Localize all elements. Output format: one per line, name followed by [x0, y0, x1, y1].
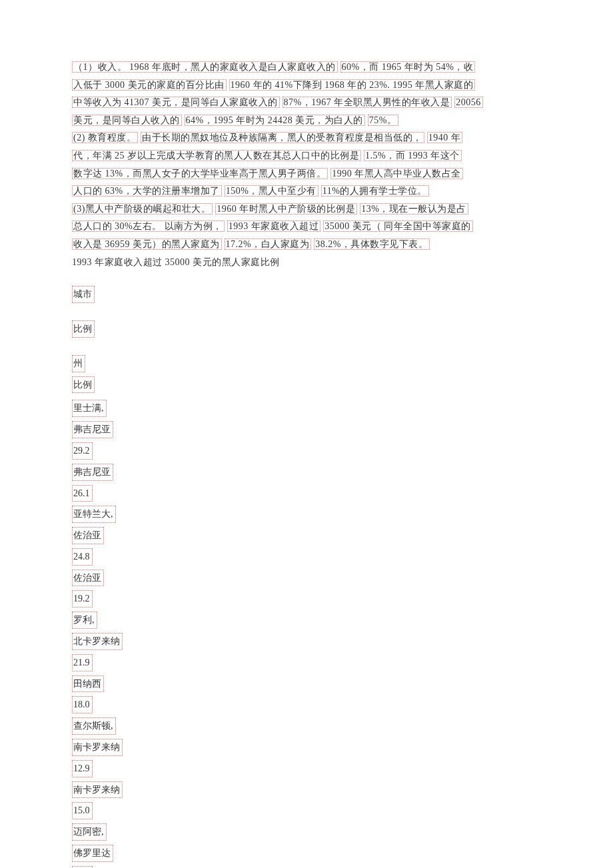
text-segment: 弗吉尼亚: [72, 421, 113, 438]
text-segment: 入低于 3000 美元的家庭的百分比由: [72, 79, 227, 91]
text-segment: 南卡罗来纳: [72, 739, 123, 756]
text-segment: 1940 年: [427, 132, 463, 143]
text-segment: 21.9: [72, 654, 93, 671]
table-title: 1993 年家庭收入超过 35000 美元的黑人家庭比例: [72, 254, 541, 272]
text-segment: 南卡罗来纳: [72, 781, 123, 799]
list-item: 亚特兰大,: [72, 504, 541, 524]
text-segment: 1993 年家庭收入超过: [227, 220, 321, 232]
text-segment: 由于长期的黑奴地位及种族隔离，黑人的受教育程度是相当低的，: [141, 132, 424, 143]
text-segment: 佛罗里达: [72, 845, 113, 862]
text-segment: 26.1: [72, 485, 93, 502]
text-segment: 64%，1995 年时为 24428 美元，为白人的: [185, 115, 365, 126]
text-segment: 1960 年时黑人中产阶级的比例是: [215, 203, 357, 215]
list-item: 弗吉尼亚: [72, 462, 541, 482]
list-item: 29.2: [72, 441, 541, 461]
table-header-city: 城市: [72, 284, 541, 304]
list-item: 佛罗里达: [72, 843, 541, 863]
table-header-ratio: 比例: [72, 319, 541, 339]
text-segment: 19.2: [72, 590, 93, 608]
paragraph-1: （1）收入。 1968 年底时，黑人的家庭收入是白人家庭收入的 60%，而 19…: [72, 59, 541, 129]
list-item: 迈阿密,: [72, 822, 541, 842]
text-segment: 城市: [72, 286, 95, 303]
text-segment: 比例: [72, 376, 95, 394]
text-segment: 亚特兰大,: [72, 506, 116, 523]
text-segment: （1）收入。 1968 年底时，黑人的家庭收入是白人家庭收入的: [72, 61, 338, 73]
text-segment: (3)黑人中产阶级的崛起和壮大。: [72, 203, 213, 215]
text-segment: 75%。: [368, 115, 399, 126]
list-item: 北卡罗来纳: [72, 632, 541, 651]
text-segment: 24.8: [72, 548, 93, 566]
text-segment: 佐治亚: [72, 570, 104, 587]
list-item: 弗吉尼亚: [72, 420, 541, 440]
text-segment: 代，年满 25 岁以上完成大学教育的黑人人数在其总人口中的比例是: [72, 150, 361, 161]
text-segment: 北卡罗来纳: [72, 633, 123, 650]
text-segment: 12.9: [72, 760, 93, 777]
list-item: 南卡罗来纳: [72, 780, 541, 800]
list-item: 12.9: [72, 759, 541, 779]
document-page: （1）收入。 1968 年底时，黑人的家庭收入是白人家庭收入的 60%，而 19…: [0, 0, 613, 868]
text-segment: 150%，黑人中至少有: [225, 185, 318, 197]
text-segment: 收入是 36959 美元）的黑人家庭为: [72, 238, 222, 250]
text-segment: 18.0: [72, 696, 93, 713]
list-item: 罗利,: [72, 610, 541, 630]
list-item: 19.2: [72, 589, 541, 609]
text-segment: 州: [72, 355, 85, 372]
text-segment: 20056: [454, 97, 483, 108]
list-item: 查尔斯顿,: [72, 716, 541, 736]
list-item: 田纳西: [72, 674, 541, 694]
text-segment: 15.0: [72, 802, 93, 819]
text-segment: 迈阿密,: [72, 823, 107, 841]
list-item: 26.1: [72, 484, 541, 504]
text-segment: 田纳西: [72, 675, 104, 693]
table-header-ratio2: 比例: [72, 375, 541, 395]
text-segment: 60%，而 1965 年时为 54%，收: [340, 61, 476, 73]
text-segment: 里士满,: [72, 400, 107, 417]
list-item: 21.9: [72, 653, 541, 673]
text-segment: 17.2%，白人家庭为: [225, 238, 312, 250]
text-segment: 弗吉尼亚: [72, 464, 113, 481]
text-segment: 总人口的 30%左右。 以南方为例，: [72, 220, 225, 232]
text-segment: 87%，1967 年全职黑人男性的年收入是: [283, 97, 452, 108]
text-segment: 1993 年家庭收入超过 35000 美元的黑人家庭比例: [72, 257, 280, 267]
text-segment: 38.2%，具体数字见下表。: [314, 238, 430, 250]
list-item: 南卡罗来纳: [72, 737, 541, 757]
text-segment: 1960 年的 41%下降到 1968 年的 23%. 1995 年黑人家庭的: [229, 79, 476, 91]
text-segment: 13%，现在一般认为是占: [360, 203, 468, 215]
paragraph-2: (2) 教育程度。 由于长期的黑奴地位及种族隔离，黑人的受教育程度是相当低的， …: [72, 129, 541, 200]
list-item: 佐治亚: [72, 526, 541, 546]
list-item: 15.0: [72, 801, 541, 821]
text-segment: 11%的人拥有学士学位。: [321, 185, 429, 197]
text-segment: (2) 教育程度。: [72, 132, 138, 143]
text-segment: 比例: [72, 320, 95, 338]
text-segment: 美元，是同等白人收入的: [72, 115, 182, 126]
list-item: 里士满,: [72, 398, 541, 418]
text-segment: 29.2: [72, 442, 93, 460]
text-segment: 人口的 63%，大学的注册率增加了: [72, 185, 222, 197]
paragraph-3: (3)黑人中产阶级的崛起和壮大。 1960 年时黑人中产阶级的比例是 13%，现…: [72, 201, 541, 254]
text-segment: 35000 美元（ 同年全国中等家庭的: [323, 220, 473, 232]
list-item: 佐治亚: [72, 568, 541, 588]
table-header-state: 州: [72, 354, 541, 374]
text-segment: 佐治亚: [72, 527, 104, 544]
text-segment: 中等收入为 41307 美元，是同等白人家庭收入的: [72, 97, 280, 108]
list-item: 12.2: [72, 865, 541, 868]
text-segment: 1990 年黑人高中毕业人数占全: [330, 168, 463, 179]
text-segment: 数字达 13%，而黑人女子的大学毕业率高于黑人男子两倍。: [72, 168, 328, 179]
data-list: 里士满,弗吉尼亚29.2弗吉尼亚26.1亚特兰大,佐治亚24.8佐治亚19.2罗…: [72, 398, 541, 868]
text-segment: 1.5%，而 1993 年这个: [364, 150, 462, 161]
text-segment: 罗利,: [72, 612, 97, 629]
text-segment: 查尔斯顿,: [72, 717, 116, 735]
list-item: 24.8: [72, 547, 541, 567]
list-item: 18.0: [72, 695, 541, 715]
